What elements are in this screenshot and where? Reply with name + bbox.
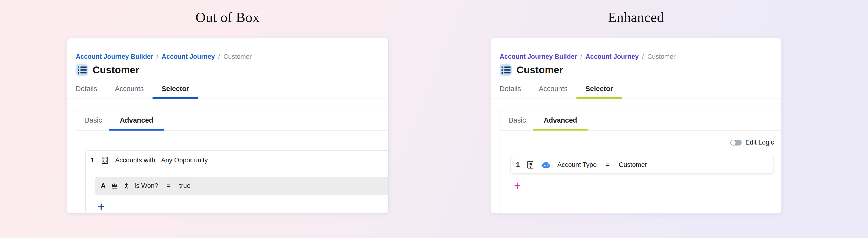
breadcrumb-separator: / bbox=[218, 53, 220, 61]
breadcrumb: Account Journey Builder / Account Journe… bbox=[76, 53, 379, 61]
tab-accounts[interactable]: Accounts bbox=[539, 85, 567, 99]
tab-selector[interactable]: Selector bbox=[585, 85, 613, 99]
edit-logic-label: Edit Logic bbox=[745, 139, 774, 146]
comparison-canvas: Out of Box Enhanced Account Journey Buil… bbox=[0, 0, 868, 238]
merge-arrow-icon bbox=[124, 182, 129, 189]
breadcrumb-link-account-journey-builder[interactable]: Account Journey Builder bbox=[500, 53, 577, 61]
subtab-advanced[interactable]: Advanced bbox=[120, 116, 153, 130]
enhanced-panel: Account Journey Builder / Account Journe… bbox=[490, 38, 782, 214]
rule-group: 1 Accounts with Any Opportunity bbox=[85, 150, 388, 212]
heading-row: Customer bbox=[76, 64, 379, 76]
out-of-box-panel: Account Journey Builder / Account Journe… bbox=[66, 38, 389, 214]
subtab-bar: Basic Advanced bbox=[500, 110, 781, 131]
add-condition-button[interactable]: + bbox=[98, 201, 105, 212]
condition-operator: = bbox=[167, 182, 171, 190]
selector-panel: Basic Advanced 1 Accounts w bbox=[76, 110, 388, 213]
tab-details[interactable]: Details bbox=[76, 85, 97, 99]
breadcrumb-link-account-journey[interactable]: Account Journey bbox=[162, 53, 215, 61]
rule-field: Account Type bbox=[557, 161, 597, 169]
breadcrumb: Account Journey Builder / Account Journe… bbox=[500, 53, 773, 61]
condition-row[interactable]: A Is Won? = tr bbox=[95, 177, 389, 195]
tab-accounts[interactable]: Accounts bbox=[115, 85, 144, 99]
breadcrumb-separator: / bbox=[642, 53, 644, 61]
breadcrumb-separator: / bbox=[580, 53, 582, 61]
rule-subject: Accounts with bbox=[115, 157, 156, 164]
breadcrumb-link-account-journey-builder[interactable]: Account Journey Builder bbox=[76, 53, 153, 61]
heading-row: Customer bbox=[500, 64, 773, 76]
rule-value: Customer bbox=[619, 161, 647, 169]
condition-prefix: A bbox=[101, 182, 105, 190]
breadcrumb-separator: / bbox=[156, 53, 158, 61]
subtab-basic[interactable]: Basic bbox=[509, 116, 526, 130]
rule-object: Any Opportunity bbox=[161, 157, 208, 164]
crown-icon bbox=[111, 182, 118, 189]
page-title: Customer bbox=[517, 64, 563, 76]
card-header: Account Journey Builder / Account Journe… bbox=[67, 38, 388, 76]
selector-panel: Basic Advanced Edit Logic 1 bbox=[500, 110, 781, 213]
cloud-icon bbox=[540, 161, 552, 169]
page-title: Customer bbox=[93, 64, 140, 76]
breadcrumb-current: Customer bbox=[647, 53, 676, 61]
edit-logic-toggle[interactable] bbox=[730, 140, 742, 145]
building-icon bbox=[100, 156, 110, 165]
section-title-enhanced: Enhanced bbox=[490, 9, 782, 25]
list-icon bbox=[76, 64, 88, 76]
edit-logic-row: Edit Logic bbox=[500, 131, 781, 146]
section-title-out-of-box: Out of Box bbox=[66, 9, 389, 25]
breadcrumb-current: Customer bbox=[223, 53, 252, 61]
condition-value: true bbox=[179, 182, 191, 190]
subtab-basic[interactable]: Basic bbox=[85, 116, 102, 130]
rule-row[interactable]: 1 Account Type = Customer bbox=[510, 156, 774, 174]
card-header: Account Journey Builder / Account Journe… bbox=[491, 38, 781, 76]
tab-details[interactable]: Details bbox=[500, 85, 521, 99]
tab-bar: Details Accounts Selector bbox=[67, 85, 388, 99]
rule-operator: = bbox=[606, 161, 610, 169]
rule-number: 1 bbox=[91, 156, 94, 164]
tab-bar: Details Accounts Selector bbox=[491, 85, 781, 99]
rule-number: 1 bbox=[516, 161, 520, 169]
building-icon bbox=[526, 160, 535, 169]
condition-field: Is Won? bbox=[134, 182, 158, 190]
rule-row[interactable]: 1 Accounts with Any Opportunity bbox=[86, 151, 388, 170]
subtab-bar: Basic Advanced bbox=[76, 110, 388, 131]
tab-selector[interactable]: Selector bbox=[161, 85, 189, 99]
add-rule-button[interactable]: + bbox=[514, 180, 521, 192]
subtab-advanced[interactable]: Advanced bbox=[544, 116, 577, 130]
list-icon bbox=[500, 64, 512, 76]
breadcrumb-link-account-journey[interactable]: Account Journey bbox=[586, 53, 639, 61]
